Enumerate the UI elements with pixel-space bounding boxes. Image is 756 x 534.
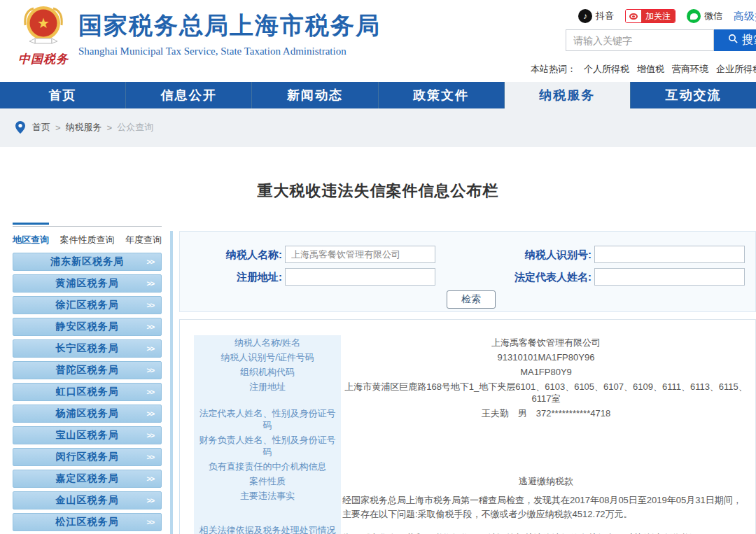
tax-emblem-icon: ★ [21, 38, 66, 50]
weibo-follow-label: 加关注 [641, 10, 675, 22]
case-detail-panel: 纳税人名称/姓名 上海禹客餐饮管理有限公司 纳税人识别号/证件号码 913101… [179, 319, 756, 534]
sidebar-item-jinshan[interactable]: 金山区税务局>> [13, 491, 162, 510]
sidebar-item-baoshan[interactable]: 宝山区税务局>> [13, 426, 162, 444]
detail-value: 王夫勤 男 372***********4718 [341, 406, 755, 433]
svg-text:★: ★ [37, 15, 50, 31]
sidebar-item-jingan[interactable]: 静安区税务局>> [13, 318, 162, 336]
detail-row-taxpayer-name: 纳税人名称/姓名 上海禹客餐饮管理有限公司 [194, 335, 755, 350]
search-icon [728, 34, 738, 47]
sidebar-item-jiading[interactable]: 嘉定区税务局>> [13, 470, 162, 488]
breadcrumb-current: 公众查询 [117, 121, 153, 134]
sidebar-item-changning[interactable]: 长宁区税务局>> [13, 339, 162, 358]
social-links: ♪ 抖音 加关注 微信 高级搜索 [578, 8, 756, 24]
douyin-link[interactable]: ♪ 抖音 [578, 9, 614, 23]
site-search: 搜索 [566, 29, 756, 51]
tab-year-query[interactable]: 年度查询 [125, 230, 162, 246]
detail-value: 上海市黄浦区巨鹿路168号地下1_地下夹层6101、6103、6105、6107… [341, 379, 755, 406]
bureau-label: 杨浦区税务局 [56, 407, 119, 420]
detail-label: 案件性质 [194, 474, 341, 489]
detail-row-taxpayer-id: 纳税人识别号/证件号码 91310101MA1FP80Y96 [194, 350, 755, 365]
advanced-search-link[interactable]: 高级搜索 [734, 10, 756, 23]
double-arrow-icon: >> [146, 366, 154, 374]
taxpayer-id-label: 纳税人识别号: [481, 246, 592, 264]
weibo-follow-button[interactable]: 加关注 [625, 9, 676, 23]
hot-word-link[interactable]: 营商环境 [672, 64, 708, 74]
detail-value: 依照《中华人民共和国税收征收管理法》等相关法律法规的有关规定，对其处以追缴税款4… [341, 523, 755, 534]
taxpayer-id-field[interactable] [594, 246, 745, 263]
nav-item-home[interactable]: 首页 [0, 82, 126, 108]
bureau-label: 普陀区税务局 [56, 364, 119, 377]
bureau-label: 静安区税务局 [56, 321, 119, 333]
site-title: 国家税务总局上海市税务局 [78, 10, 381, 42]
tab-region-query[interactable]: 地区查询 [13, 223, 49, 246]
taxpayer-name-field[interactable] [285, 246, 435, 263]
search-button-label: 搜索 [742, 33, 756, 48]
sidebar-item-pudong[interactable]: 浦东新区税务局>> [13, 253, 162, 271]
hot-word-link[interactable]: 增值税 [637, 64, 664, 74]
double-arrow-icon: >> [146, 453, 154, 461]
registered-address-field[interactable] [285, 268, 435, 286]
query-form: 纳税人名称: 纳税人识别号: 注册地址: 法定代表人姓名: 检索 [179, 231, 756, 312]
hot-word-link[interactable]: 个人所得税 [584, 64, 629, 74]
sidebar-tabs: 地区查询 案件性质查询 年度查询 [13, 226, 162, 248]
bureau-label: 虹口区税务局 [56, 386, 119, 398]
detail-label: 主要违法事实 [194, 489, 341, 523]
double-arrow-icon: >> [146, 431, 154, 440]
douyin-label: 抖音 [596, 10, 614, 22]
nav-item-interaction[interactable]: 互动交流 [631, 82, 756, 108]
double-arrow-icon: >> [146, 344, 154, 353]
nav-item-info-disclosure[interactable]: 信息公开 [126, 82, 252, 108]
hot-word-link[interactable]: 企业所得税 [716, 64, 756, 74]
breadcrumb-home[interactable]: 首页 [32, 121, 50, 134]
detail-row-address: 注册地址 上海市黄浦区巨鹿路168号地下1_地下夹层6101、6103、6105… [194, 379, 755, 406]
detail-value: 逃避缴纳税款 [341, 474, 755, 489]
detail-label: 法定代表人姓名、性别及身份证号码 [194, 406, 341, 433]
breadcrumb-separator: > [107, 122, 113, 133]
sidebar-item-huangpu[interactable]: 黄浦区税务局>> [13, 274, 162, 293]
detail-label: 注册地址 [194, 379, 341, 406]
detail-row-main-facts: 主要违法事实 经国家税务总局上海市税务局第一稽查局检查，发现其在2017年08月… [194, 489, 755, 523]
sidebar-item-songjiang[interactable]: 松江区税务局>> [13, 513, 162, 531]
double-arrow-icon: >> [146, 301, 154, 309]
detail-row-intermediary: 负有直接责任的中介机构信息 [194, 459, 755, 474]
detail-row-finance-officer: 财务负责人姓名、性别及身份证号码 [194, 433, 755, 459]
sidebar-item-xuhui[interactable]: 徐汇区税务局>> [13, 296, 162, 314]
double-arrow-icon: >> [146, 258, 154, 266]
wechat-link[interactable]: 微信 [687, 9, 722, 23]
detail-value [341, 459, 755, 474]
tab-case-nature-query[interactable]: 案件性质查询 [60, 230, 115, 246]
nav-item-policy[interactable]: 政策文件 [379, 82, 505, 108]
taxpayer-name-label: 纳税人名称: [197, 246, 282, 264]
site-logo[interactable]: ★ 中国税务 [11, 4, 76, 67]
detail-label: 组织机构代码 [194, 365, 341, 379]
site-titles: 国家税务总局上海市税务局 Shanghai Municipal Tax Serv… [78, 10, 381, 57]
sidebar-item-minhang[interactable]: 闵行区税务局>> [13, 448, 162, 466]
breadcrumb-band: 首页 > 纳税服务 > 公众查询 [0, 108, 756, 147]
bureau-label: 闵行区税务局 [56, 451, 119, 463]
double-arrow-icon: >> [146, 409, 154, 418]
breadcrumb-separator: > [55, 122, 61, 133]
retrieve-button[interactable]: 检索 [447, 290, 496, 309]
bureau-label: 金山区税务局 [56, 494, 119, 507]
hot-words: 本站热词：个人所得税增值税营商环境企业所得税 [531, 63, 756, 76]
legal-rep-name-field[interactable] [594, 268, 745, 286]
detail-label: 纳税人名称/姓名 [194, 335, 341, 350]
double-arrow-icon: >> [146, 518, 154, 526]
breadcrumb-tax-services[interactable]: 纳税服务 [66, 121, 102, 134]
detail-value: 经国家税务总局上海市税务局第一稽查局检查，发现其在2017年08月05日至201… [341, 489, 755, 523]
douyin-icon: ♪ [578, 9, 592, 23]
sidebar-item-putuo[interactable]: 普陀区税务局>> [13, 361, 162, 379]
wechat-label: 微信 [704, 10, 722, 22]
double-arrow-icon: >> [146, 323, 154, 331]
detail-label: 相关法律依据及税务处理处罚情况 [194, 523, 341, 534]
double-arrow-icon: >> [146, 475, 154, 483]
wechat-icon [687, 9, 701, 23]
nav-item-news[interactable]: 新闻动态 [252, 82, 378, 108]
search-button[interactable]: 搜索 [714, 29, 756, 51]
search-input[interactable] [566, 29, 714, 51]
sidebar-item-yangpu[interactable]: 杨浦区税务局>> [13, 405, 162, 423]
bureau-label: 浦东新区税务局 [50, 255, 124, 268]
sidebar-item-hongkou[interactable]: 虹口区税务局>> [13, 383, 162, 401]
detail-value: MA1FP80Y9 [341, 365, 755, 379]
nav-item-tax-services[interactable]: 纳税服务 [505, 82, 631, 108]
